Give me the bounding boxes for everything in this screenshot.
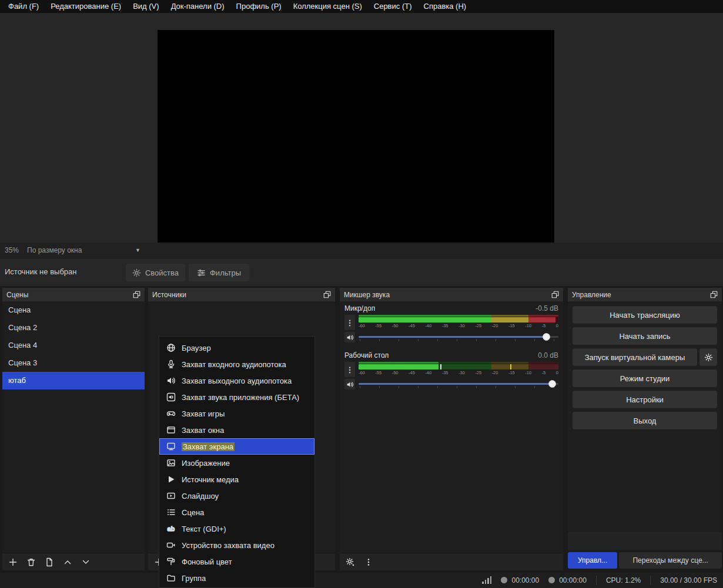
preview-scale-bar: 35% По размеру окна ▼ <box>0 243 723 258</box>
menu-scene-collection[interactable]: Коллекция сцен (S) <box>287 0 368 13</box>
menu-item-window-capture[interactable]: Захват окна <box>159 422 314 438</box>
gamepad-icon <box>166 409 176 418</box>
start-recording-button[interactable]: Начать запись <box>573 327 717 345</box>
start-streaming-button[interactable]: Начать трансляцию <box>573 306 717 324</box>
advanced-audio-button gear-icon[interactable] <box>346 557 355 567</box>
volume-slider[interactable] <box>359 332 558 342</box>
menu-item-text[interactable]: ab Текст (GDI+) <box>159 520 314 537</box>
gear-icon <box>132 268 141 277</box>
menu-help[interactable]: Справка (H) <box>418 0 473 13</box>
status-bar: 00:00:00 00:00:00 CPU: 1.2% 30.00 / 30.0… <box>0 572 723 588</box>
menu-item-app-audio[interactable]: Захват звука приложения (БЕТА) <box>159 389 314 405</box>
remove-scene-button trash-icon[interactable] <box>26 557 36 567</box>
mixer-menu-button kebab-icon[interactable] <box>364 557 373 567</box>
menubar: Файл (F) Редактирование (E) Вид (V) Док-… <box>0 0 723 13</box>
scenes-title: Сцены <box>6 291 28 299</box>
add-scene-button plus-icon[interactable] <box>8 557 18 567</box>
menu-item-audio-output[interactable]: Захват выходного аудиопотока <box>159 372 314 389</box>
menu-item-scene[interactable]: Сцена <box>159 504 314 520</box>
channel-level-db: -0.5 dB <box>535 304 558 313</box>
slider-handle[interactable] <box>548 380 556 388</box>
record-timer: 00:00:00 <box>548 576 587 584</box>
menu-item-group[interactable]: Группа <box>159 570 314 586</box>
preview-area <box>0 13 723 243</box>
volume-slider[interactable] <box>359 379 558 389</box>
properties-label: Свойства <box>145 268 179 277</box>
dock-tab-transitions[interactable]: Переходы между сце... <box>619 552 722 569</box>
volume-meter: -60-55-50-45-40-35-30-25-20-15-10-50 <box>359 362 558 377</box>
scene-row-selected[interactable]: ютаб <box>2 372 145 389</box>
divider <box>596 576 597 585</box>
speaker-icon <box>166 376 176 385</box>
dock-popout-icon[interactable] <box>710 291 718 298</box>
mixer-title: Микшер звука <box>344 291 390 299</box>
scene-row[interactable]: Сцена 3 <box>2 354 145 372</box>
mixer-channel-desktop: Рабочий стол 0.0 dB ⋮ -60-55-50-45-40-35… <box>344 351 558 389</box>
menu-item-image[interactable]: Изображение <box>159 455 314 471</box>
move-scene-up-button chevron-up-icon[interactable] <box>63 557 72 567</box>
scenes-list: Сцена Сцена 2 Сцена 4 Сцена 3 ютаб <box>2 301 145 553</box>
stream-timer: 00:00:00 <box>501 576 539 584</box>
network-signal-icon <box>482 576 491 584</box>
start-virtual-camera-button[interactable]: Запуск виртуальной камеры <box>573 348 697 366</box>
controls-title: Управление <box>572 291 611 299</box>
mute-button speaker-icon[interactable] <box>344 332 355 342</box>
mixer-body: Микр/доп -0.5 dB ⋮ -60-55-50-45-40-35-30… <box>340 301 563 553</box>
menu-item-browser[interactable]: Браузер <box>159 340 314 356</box>
chevron-down-icon[interactable]: ▼ <box>135 247 140 253</box>
mixer-channel-mic: Микр/доп -0.5 dB ⋮ -60-55-50-45-40-35-30… <box>344 304 558 342</box>
menu-item-audio-input[interactable]: Захват входного аудиопотока <box>159 356 314 372</box>
scene-row[interactable]: Сцена 4 <box>2 337 145 354</box>
menu-item-video-capture-device[interactable]: Устройство захвата видео <box>159 537 314 553</box>
app-audio-icon <box>166 392 176 402</box>
studio-mode-button[interactable]: Режим студии <box>573 369 717 387</box>
menu-view[interactable]: Вид (V) <box>127 0 165 13</box>
menu-item-slideshow[interactable]: Слайдшоу <box>159 488 314 504</box>
mute-button speaker-icon[interactable] <box>344 379 355 389</box>
paint-icon <box>166 557 176 566</box>
controls-panel-header: Управление <box>568 288 722 301</box>
source-toolbar: Источник не выбран Свойства Фильтры <box>0 259 723 286</box>
dock-popout-icon[interactable] <box>323 291 331 298</box>
scene-row[interactable]: Сцена <box>2 301 145 319</box>
globe-icon <box>166 343 176 352</box>
record-dot-icon <box>548 577 555 583</box>
scale-mode-select[interactable]: По размеру окна <box>27 246 82 254</box>
menu-edit[interactable]: Редактирование (E) <box>45 0 127 13</box>
menu-file[interactable]: Файл (F) <box>2 0 45 13</box>
filters-label: Фильтры <box>210 268 241 277</box>
volume-meter: -60-55-50-45-40-35-30-25-20-15-10-50 <box>359 315 558 330</box>
settings-button[interactable]: Настройки <box>573 391 717 408</box>
scenes-panel: Сцены Сцена Сцена 2 Сцена 4 Сцена 3 ютаб <box>2 288 145 570</box>
slider-handle[interactable] <box>543 333 550 341</box>
slideshow-icon <box>166 491 176 500</box>
dock-popout-icon[interactable] <box>133 291 140 298</box>
properties-button[interactable]: Свойства <box>125 263 186 282</box>
menu-profile[interactable]: Профиль (P) <box>230 0 287 13</box>
zoom-level: 35% <box>5 246 19 254</box>
menu-item-game-capture[interactable]: Захват игры <box>159 405 314 422</box>
menu-item-media-source[interactable]: Источник медиа <box>159 471 314 488</box>
folder-icon <box>166 573 176 583</box>
scene-filters-button document-icon[interactable] <box>45 557 54 567</box>
image-icon <box>166 458 176 468</box>
dock-popout-icon[interactable] <box>551 291 559 298</box>
sources-panel-header: Источники <box>148 288 335 301</box>
channel-menu-button kebab-icon[interactable]: ⋮ <box>344 315 355 330</box>
menu-item-color-source[interactable]: Фоновый цвет <box>159 553 314 570</box>
filters-button[interactable]: Фильтры <box>188 263 250 282</box>
menu-item-display-capture[interactable]: Захват экрана <box>159 438 314 455</box>
move-scene-down-button chevron-down-icon[interactable] <box>81 557 91 567</box>
virtual-camera-settings-button[interactable] <box>699 348 717 366</box>
dock-tab-bar: Управл... Переходы между сце... <box>568 552 722 569</box>
exit-button[interactable]: Выход <box>573 412 717 429</box>
dock-tab-controls[interactable]: Управл... <box>568 552 617 569</box>
scenes-panel-header: Сцены <box>2 288 145 301</box>
menu-tools[interactable]: Сервис (T) <box>368 0 418 13</box>
menu-docks[interactable]: Док-панели (D) <box>165 0 230 13</box>
scene-row[interactable]: Сцена 2 <box>2 319 145 337</box>
preview-canvas[interactable] <box>158 30 554 254</box>
mic-icon <box>166 359 176 369</box>
channel-menu-button kebab-icon[interactable]: ⋮ <box>344 362 355 377</box>
fps-indicator: 30.00 / 30.00 FPS <box>660 576 717 584</box>
